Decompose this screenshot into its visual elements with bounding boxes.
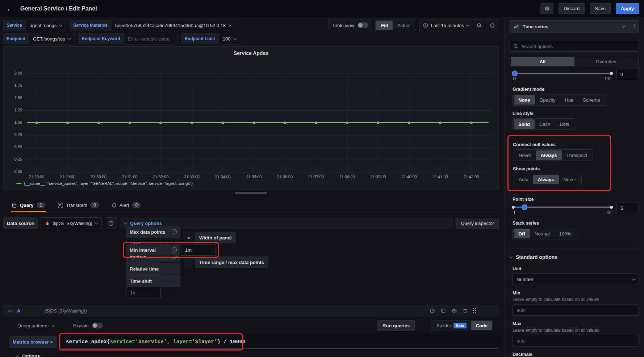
promql-expression-input[interactable]: service_apdex{service='$service', layer=… bbox=[60, 335, 499, 349]
options-search[interactable] bbox=[510, 41, 639, 52]
slider-handle[interactable] bbox=[512, 71, 518, 76]
apply-button[interactable]: Apply bbox=[616, 3, 639, 14]
fill-opacity-slider[interactable]: 0 100 bbox=[513, 67, 612, 81]
metrics-browser-button[interactable]: Metrics browser > bbox=[9, 336, 57, 348]
standard-options-header[interactable]: Standard options bbox=[510, 249, 639, 261]
query-option-row-relative-time: Relative time1h bbox=[126, 269, 499, 280]
drag-handle-icon[interactable] bbox=[473, 308, 476, 314]
variable-input[interactable] bbox=[124, 33, 177, 44]
help-circle-icon: ? bbox=[108, 221, 114, 226]
y-axis-tick-label: 1.50 bbox=[5, 95, 22, 100]
query-options-footer[interactable]: Options bbox=[3, 353, 499, 357]
stack-series-option-off[interactable]: Off bbox=[514, 229, 530, 238]
connect-null-values-option-threshold[interactable]: Threshold bbox=[562, 150, 592, 160]
options-scope-option-overrides[interactable]: Overrides bbox=[574, 57, 638, 66]
query-ref-row[interactable]: A (${DS_SkyWalking}) bbox=[3, 305, 499, 317]
show-points-option-always[interactable]: Always bbox=[533, 175, 559, 184]
gradient-mode-option-hue[interactable]: Hue bbox=[560, 95, 578, 105]
field-input[interactable]: 1m bbox=[181, 244, 216, 256]
save-button[interactable]: Save bbox=[590, 3, 611, 14]
discard-button[interactable]: Discard bbox=[559, 3, 585, 14]
delete-query-button[interactable] bbox=[463, 308, 468, 314]
history-clock-icon bbox=[430, 308, 435, 314]
connect-null-values-option-always[interactable]: Always bbox=[536, 150, 562, 160]
tab-alert[interactable]: Alert0 bbox=[111, 198, 142, 212]
run-queries-button[interactable]: Run queries bbox=[377, 320, 415, 331]
max-input[interactable] bbox=[513, 335, 639, 347]
slider-min-label: 0 bbox=[513, 76, 516, 81]
unit-select[interactable]: Number bbox=[513, 273, 639, 285]
datasource-help-button[interactable]: ? bbox=[105, 217, 117, 229]
visualization-picker[interactable]: Time series bbox=[510, 20, 639, 33]
line-style-option-dash[interactable]: Dash bbox=[535, 119, 555, 129]
line-style-option-solid[interactable]: Solid bbox=[514, 119, 535, 129]
toggle-visibility-button[interactable] bbox=[451, 308, 457, 314]
show-points-option-never[interactable]: Never bbox=[559, 175, 581, 184]
variable-value: 5eed0e5758a244aca6e7699415d360aa@10.52.0… bbox=[115, 23, 226, 28]
panel-resize-handle[interactable] bbox=[235, 192, 267, 194]
data-point bbox=[97, 122, 100, 124]
variable-endpoint-limit: Endpoint Limit100 bbox=[181, 33, 240, 44]
variable-select[interactable]: 100 bbox=[219, 33, 240, 44]
top-bar: ← General Service / Edit Panel ⚙ Discard… bbox=[0, 0, 644, 17]
query-history-button[interactable] bbox=[430, 308, 435, 314]
workspace: Serviceagent::songsService Instance5eed0… bbox=[0, 17, 644, 357]
builder-option[interactable]: Builder Beta bbox=[432, 321, 471, 330]
query-option-row-max-data-points: Max data pointsi1488=Width of panel bbox=[126, 232, 499, 243]
options-scope-tabs: AllOverrides bbox=[510, 56, 639, 67]
expr-token: '$layer' bbox=[192, 339, 217, 345]
tab-transform[interactable]: Transform0 bbox=[57, 198, 100, 212]
options-search-input[interactable] bbox=[521, 44, 635, 49]
info-icon: i bbox=[172, 247, 177, 252]
gradient-mode-option-none[interactable]: None bbox=[514, 95, 535, 105]
variable-select[interactable]: agent::songs bbox=[26, 20, 66, 31]
code-option[interactable]: Code bbox=[471, 321, 493, 330]
panel-settings-button[interactable]: ⚙ bbox=[540, 3, 553, 14]
zoom-out-button[interactable] bbox=[473, 20, 486, 31]
variable-select[interactable]: 5eed0e5758a244aca6e7699415d360aa@10.52.0… bbox=[111, 20, 235, 31]
builder-code-toggle: Builder Beta Code bbox=[431, 320, 493, 331]
tab-query[interactable]: Query1 bbox=[11, 198, 46, 212]
table-view-group: Table view bbox=[329, 20, 373, 31]
trash-icon bbox=[463, 308, 468, 314]
gradient-mode-option-opacity[interactable]: Opacity bbox=[535, 95, 560, 105]
field-input[interactable]: 1h bbox=[126, 287, 161, 298]
show-points-option-auto[interactable]: Auto bbox=[514, 175, 533, 184]
slider-handle[interactable] bbox=[522, 204, 527, 210]
min-input[interactable] bbox=[513, 304, 639, 316]
view-mode-option-fill[interactable]: Fill bbox=[376, 21, 393, 30]
standard-options-section: Standard options Unit Number Min Leave e… bbox=[510, 248, 639, 357]
point-size-slider[interactable]: 1 40 bbox=[513, 201, 612, 215]
gradient-mode-option-scheme[interactable]: Scheme bbox=[578, 95, 605, 105]
legend-series-label[interactable]: {__name__="service_apdex", layer="GENERA… bbox=[24, 181, 193, 186]
time-range-button[interactable]: Last 15 minutes bbox=[419, 20, 473, 31]
options-scope-option-all[interactable]: All bbox=[511, 57, 574, 66]
query-inspector-button[interactable]: Query inspector bbox=[456, 218, 499, 229]
min-control: Min Leave empty to calculate based on al… bbox=[513, 290, 639, 316]
show-points-label: Show points bbox=[513, 166, 606, 171]
point-size-value[interactable]: 5 bbox=[616, 203, 639, 214]
stack-series-option-normal[interactable]: Normal bbox=[530, 229, 555, 238]
connect-null-values-option-never[interactable]: Never bbox=[514, 150, 536, 160]
back-arrow-icon[interactable]: ← bbox=[5, 4, 15, 13]
options-scope: AllOverrides bbox=[510, 56, 639, 67]
time-series-plot[interactable]: 2.001.751.501.251.000.750.500.250.0021:2… bbox=[24, 68, 492, 177]
gradient-mode: NoneOpacityHueScheme bbox=[513, 94, 606, 106]
datasource-picker[interactable]: ${DS_SkyWalking} bbox=[41, 217, 102, 229]
explain-toggle[interactable] bbox=[92, 323, 103, 328]
table-view-toggle[interactable] bbox=[357, 22, 368, 28]
query-patterns-dropdown[interactable]: Query patterns bbox=[17, 323, 54, 328]
fill-opacity-value[interactable]: 0 bbox=[616, 69, 639, 80]
query-patterns-label: Query patterns bbox=[17, 323, 49, 328]
highlight-red-box: Connect null values NeverAlwaysThreshold… bbox=[507, 135, 611, 191]
variable-service: Serviceagent::songs bbox=[3, 20, 66, 31]
slider-start-dot bbox=[512, 206, 515, 209]
refresh-button[interactable] bbox=[486, 20, 499, 31]
line-style-option-dots[interactable]: Dots bbox=[555, 119, 574, 129]
variable-select[interactable]: GET:/songs/top bbox=[29, 33, 75, 44]
view-mode-option-actual[interactable]: Actual bbox=[393, 21, 415, 30]
tab-label: Query bbox=[20, 203, 34, 208]
duplicate-query-button[interactable] bbox=[440, 308, 446, 314]
tab-label: Alert bbox=[120, 203, 129, 208]
stack-series-option-100[interactable]: 100% bbox=[555, 229, 576, 238]
